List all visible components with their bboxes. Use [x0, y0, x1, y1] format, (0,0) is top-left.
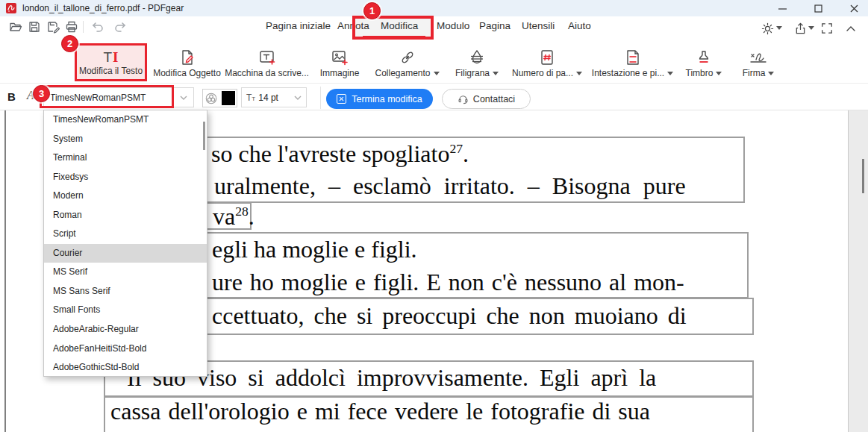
- menubar: [0, 16, 868, 41]
- typewriter-icon: [258, 46, 276, 66]
- open-file-icon[interactable]: [8, 19, 23, 34]
- header-footer-icon: [624, 46, 642, 66]
- collapse-ribbon-icon[interactable]: [843, 22, 858, 37]
- contact-us-button[interactable]: Contattaci: [442, 89, 531, 109]
- font-option[interactable]: Modern: [44, 187, 207, 206]
- link-icon: [399, 46, 416, 66]
- maximize-button[interactable]: [805, 0, 831, 16]
- dropdown-scrollbar-thumb[interactable]: [203, 122, 205, 150]
- undo-icon[interactable]: [90, 19, 104, 34]
- font-size-icon: TT: [246, 93, 255, 103]
- link-button[interactable]: Collegamento: [372, 43, 443, 81]
- pdfgear-window: london_il_tallone_di_ferro.pdf - PDFgear…: [0, 0, 868, 432]
- theme-icon[interactable]: [760, 21, 775, 36]
- dropdown-caret-icon: [716, 72, 722, 75]
- chevron-down-icon: [294, 96, 302, 100]
- font-option[interactable]: AdobeFanHeitiStd-Bold: [44, 339, 207, 359]
- save-icon[interactable]: [27, 19, 42, 34]
- doc-line-2: uralmente, – esclamò irritato. – Bisogna…: [214, 172, 686, 200]
- font-option[interactable]: Roman: [44, 206, 207, 225]
- dropdown-caret-icon: [768, 72, 774, 75]
- dropdown-caret-icon: [667, 72, 673, 75]
- font-color-group[interactable]: [202, 89, 237, 107]
- callout-badge-3: 3: [33, 85, 50, 102]
- callout-badge-2: 2: [61, 35, 78, 52]
- vertical-scrollbar[interactable]: [848, 110, 868, 432]
- current-color-swatch[interactable]: [222, 91, 235, 105]
- chevron-down-icon: [180, 96, 187, 100]
- watermark-icon: [468, 46, 486, 66]
- tab-aiuto[interactable]: Aiuto: [568, 20, 591, 31]
- doc-line-6: ccettuato, che si preoccupi che non muoi…: [212, 302, 687, 330]
- vertical-scrollbar-thumb[interactable]: [862, 159, 864, 193]
- doc-line-3: va28.: [213, 203, 255, 231]
- edit-object-icon: [178, 46, 196, 66]
- toolbar-divider: [83, 21, 84, 33]
- redo-icon[interactable]: [113, 19, 128, 34]
- font-option[interactable]: Terminal: [44, 148, 207, 168]
- theme-caret-icon[interactable]: [776, 26, 782, 30]
- tab-pagina-iniziale[interactable]: Pagina iniziale: [266, 20, 331, 31]
- share-caret-icon[interactable]: [808, 26, 814, 30]
- window-title: london_il_tallone_di_ferro.pdf - PDFgear: [22, 3, 184, 13]
- font-option[interactable]: Small Fonts: [44, 301, 207, 320]
- page-number-button[interactable]: Numero di pa...: [510, 43, 584, 81]
- tab-modifica[interactable]: Modifica: [381, 20, 418, 31]
- close-edit-icon: [337, 94, 346, 104]
- page-left-edge: [4, 110, 6, 432]
- bold-button[interactable]: B: [7, 90, 16, 103]
- page-number-icon: [538, 46, 556, 66]
- font-option[interactable]: TimesNewRomanPSMT: [44, 110, 207, 130]
- dropdown-caret-icon: [434, 72, 440, 75]
- print-icon[interactable]: [64, 19, 79, 34]
- font-size-select[interactable]: TT 14 pt: [241, 87, 307, 107]
- color-wheel-icon: [204, 92, 218, 105]
- headset-icon: [458, 93, 469, 104]
- font-family-value: TimesNewRomanPSMT: [50, 93, 180, 103]
- image-icon: [331, 46, 349, 66]
- edit-text-icon: TI: [103, 48, 118, 66]
- font-option[interactable]: MS Sans Serif: [44, 282, 207, 301]
- font-dropdown-list: TimesNewRomanPSMT System Terminal Fixeds…: [43, 110, 207, 377]
- minimize-button[interactable]: [769, 0, 795, 16]
- callout-badge-1: 1: [363, 2, 381, 19]
- titlebar: london_il_tallone_di_ferro.pdf - PDFgear: [0, 0, 868, 16]
- tab-utensili[interactable]: Utensili: [522, 20, 555, 31]
- doc-line-8: cassa dell'orologio e mi fece vedere le …: [110, 398, 650, 425]
- save-as-icon[interactable]: [46, 19, 60, 34]
- font-option-highlighted[interactable]: Courier: [44, 244, 207, 263]
- font-option[interactable]: System: [44, 130, 207, 149]
- header-footer-button[interactable]: Intestazione e pi...: [593, 43, 672, 81]
- signature-icon: [749, 46, 768, 66]
- stamp-button[interactable]: Timbro: [683, 43, 725, 81]
- tab-annota[interactable]: Annota: [337, 20, 369, 31]
- doc-line-4: egli ha moglie e figli.: [212, 236, 417, 263]
- close-button[interactable]: [841, 0, 867, 16]
- edit-text-button[interactable]: TI Modifica il Testo: [75, 43, 147, 81]
- font-option[interactable]: AdobeGothicStd-Bold: [44, 358, 207, 378]
- edit-object-button[interactable]: Modifica Oggetto: [147, 43, 227, 81]
- fullscreen-icon[interactable]: [819, 21, 834, 36]
- dropdown-caret-icon: [493, 72, 499, 75]
- stamp-icon: [695, 46, 713, 66]
- font-option[interactable]: AdobeArabic-Regular: [44, 320, 207, 339]
- typewriter-button[interactable]: Macchina da scrive...: [227, 43, 307, 81]
- font-option[interactable]: Script: [44, 225, 207, 244]
- active-tab-underline: [363, 36, 425, 38]
- image-button[interactable]: Immagine: [313, 43, 366, 81]
- format-divider: [320, 87, 321, 109]
- font-size-value: 14 pt: [258, 93, 291, 103]
- signature-button[interactable]: Firma: [737, 43, 779, 81]
- watermark-button[interactable]: Filigrana: [450, 43, 504, 81]
- tab-pagina[interactable]: Pagina: [479, 20, 511, 31]
- tab-modulo[interactable]: Modulo: [437, 20, 469, 31]
- doc-line-5: ure ho moglie e figli. E non c'è nessuno…: [212, 269, 684, 296]
- font-option[interactable]: MS Serif: [44, 263, 207, 282]
- finish-editing-button[interactable]: Termina modifica: [326, 89, 433, 109]
- font-family-select[interactable]: TimesNewRomanPSMT: [43, 87, 194, 107]
- share-icon[interactable]: [793, 21, 808, 36]
- app-logo-icon: [6, 3, 16, 13]
- doc-line-1: so che l'avreste spogliato27.: [211, 140, 469, 168]
- font-option[interactable]: Fixedsys: [44, 168, 207, 187]
- dropdown-caret-icon: [576, 72, 582, 75]
